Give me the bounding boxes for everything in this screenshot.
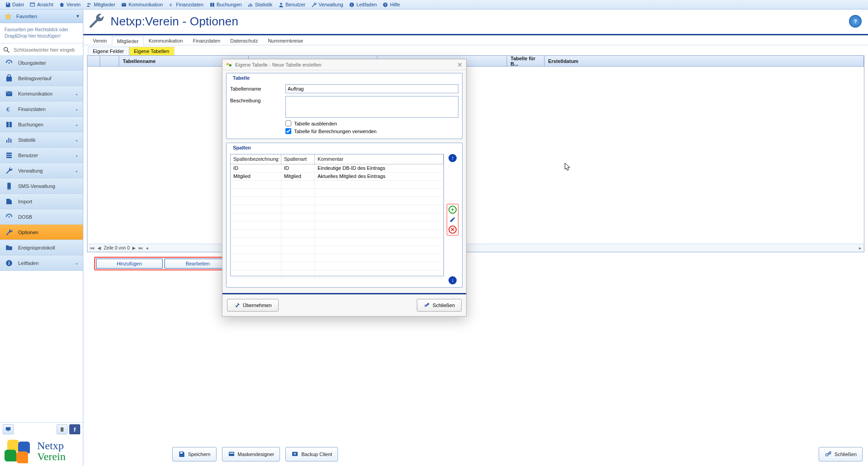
sidebar-item-label: Import [18, 199, 32, 204]
move-up-button[interactable]: ↑ [448, 154, 457, 162]
menu-finanzdaten[interactable]: €Finanzdaten [165, 0, 206, 9]
grid-col-selector[interactable] [87, 56, 100, 66]
tab1-verein[interactable]: Verein [88, 36, 112, 45]
grid-col-idx[interactable] [100, 56, 119, 66]
sg-head-kommentar[interactable]: Kommentar [315, 154, 444, 164]
menu-benutzer[interactable]: Benutzer [275, 0, 308, 9]
monitor-icon[interactable] [3, 424, 14, 434]
move-down-button[interactable]: ↓ [448, 276, 457, 284]
menu-hilfe[interactable]: ?Hilfe [380, 0, 403, 9]
trash-icon[interactable] [57, 424, 68, 434]
svg-rect-30 [6, 427, 11, 430]
search-input[interactable] [14, 47, 80, 53]
sidebar-item-optionen[interactable]: Optionen [0, 225, 83, 240]
sidebar-item-beitragsverlauf[interactable]: Beitragsverlauf [0, 71, 83, 86]
pager-right-icon[interactable]: ▸ [859, 245, 861, 250]
tab1-kommunikation[interactable]: Kommunikation [144, 36, 188, 45]
menu-label: Verwaltung [318, 2, 343, 7]
menu-ansicht[interactable]: Ansicht [27, 0, 56, 9]
sidebar-item-label: SMS-Verwaltung [18, 183, 55, 189]
backup-button[interactable]: Backup Client [285, 447, 338, 461]
menu-datei[interactable]: Datei [2, 0, 27, 9]
spalten-row[interactable]: IDIDEindeutige DB-ID des Eintrags [231, 164, 444, 173]
grid-col-fuerb[interactable]: Tabelle für B... [507, 56, 545, 66]
euro-icon: € [168, 1, 174, 8]
column-edit-button[interactable] [448, 216, 457, 224]
tab1-finanzdaten[interactable]: Finanzdaten [188, 36, 226, 45]
sidebar-item-verwaltung[interactable]: Verwaltung⌄ [0, 163, 83, 178]
spalten-row[interactable]: MitgliedMitgliedAktuelles Mitglied des E… [231, 173, 444, 181]
menu-verwaltung[interactable]: Verwaltung [308, 0, 346, 9]
menu-mitglieder[interactable]: Mitglieder [83, 0, 118, 9]
spalten-row-empty [231, 205, 444, 213]
pager-next-icon[interactable]: ▶ [132, 245, 136, 250]
backup-label: Backup Client [301, 452, 332, 457]
chevron-down-icon: ⌄ [75, 122, 78, 127]
broadcast-icon [5, 212, 14, 221]
sidebar-item-finanzdaten[interactable]: €Finanzdaten⌄ [0, 101, 83, 117]
menu-leitfaden[interactable]: iLeitfaden [346, 0, 380, 9]
tab1-mitglieder[interactable]: Mitglieder [112, 36, 144, 45]
pager-left-icon[interactable]: ◂ [146, 245, 148, 250]
help-button[interactable]: ? [849, 15, 862, 28]
svg-rect-0 [30, 3, 35, 6]
tab1-nummernkreise[interactable]: Nummernkreise [263, 36, 308, 45]
facebook-icon[interactable]: f [69, 424, 80, 434]
sidebar-item-benutzer[interactable]: Benutzer⌄ [0, 148, 83, 163]
edit-button[interactable]: Bearbeiten [164, 259, 231, 269]
sidebar-item-import[interactable]: Import [0, 194, 83, 209]
checkbox-berechnung[interactable] [285, 128, 291, 134]
save-label: Speichern [188, 452, 211, 457]
menu-kommunikation[interactable]: Kommunikation [118, 0, 166, 9]
sidebar-item--bungsleiter[interactable]: Übungsleiter [0, 55, 83, 71]
pager-first-icon[interactable]: ⏮ [90, 245, 95, 250]
input-beschreibung[interactable] [285, 96, 458, 118]
save-button[interactable]: Speichern [172, 447, 217, 461]
content-area: Netxp:Verein - Optionen ? VereinMitglied… [83, 10, 868, 466]
sidebar-item-leitfaden[interactable]: iLeitfaden⌄ [0, 255, 83, 271]
sidebar-item-statistik[interactable]: Statistik⌄ [0, 132, 83, 148]
column-add-button[interactable]: + [448, 206, 457, 214]
arrow-up-icon: ↑ [451, 155, 454, 161]
info-icon: i [349, 1, 355, 8]
svg-point-9 [280, 3, 282, 5]
column-delete-button[interactable]: ✕ [448, 226, 457, 234]
checkbox-ausblenden[interactable] [285, 120, 291, 126]
pager-last-icon[interactable]: ⏭ [139, 245, 143, 250]
dialog-titlebar[interactable]: Eigene Tabelle - Neue Tabelle erstellen … [222, 59, 466, 70]
spalten-grid-body: IDIDEindeutige DB-ID des EintragsMitglie… [231, 164, 444, 279]
spalten-grid[interactable]: Spaltenbezeichnung Spaltenart Kommentar … [230, 154, 444, 276]
sidebar-item-dosb[interactable]: DOSB [0, 209, 83, 225]
menu-buchungen[interactable]: Buchungen [206, 0, 245, 9]
folder-icon [5, 243, 14, 252]
book-icon [209, 1, 215, 8]
spalten-row-empty [231, 254, 444, 262]
tab2-eigene-tabellen[interactable]: Eigene Tabellen [129, 47, 174, 55]
sidebar-item-ereignisprotokoll[interactable]: Ereignisprotokoll [0, 240, 83, 255]
menu-verein[interactable]: Verein [56, 0, 83, 9]
info-icon: i [5, 259, 14, 268]
tab1-datenschutz[interactable]: Datenschutz [225, 36, 263, 45]
input-tabellenname[interactable] [285, 84, 458, 93]
chevron-down-icon: ⌄ [75, 106, 78, 111]
favoriten-header[interactable]: Favoriten ▾ [0, 10, 83, 23]
sidebar-item-buchungen[interactable]: Buchungen⌄ [0, 117, 83, 132]
group-tabelle-title: Tabelle [231, 75, 251, 81]
sidebar-item-sms-verwaltung[interactable]: SMS-Verwaltung [0, 178, 83, 194]
dialog-close-button[interactable]: Schließen [417, 299, 462, 312]
menu-statistik[interactable]: Statistik [245, 0, 275, 9]
dialog-close-icon[interactable]: ✕ [457, 61, 463, 68]
sidebar-item-label: Beitragsverlauf [18, 76, 51, 81]
dialog-apply-button[interactable]: Übernehmen [227, 299, 279, 312]
close-button[interactable]: Schließen [819, 447, 863, 461]
sg-head-art[interactable]: Spaltenart [281, 154, 315, 164]
tab2-eigene-felder[interactable]: Eigene Felder [88, 47, 129, 55]
menu-label: Hilfe [390, 2, 400, 7]
add-button[interactable]: Hinzufügen [96, 259, 163, 269]
pager-prev-icon[interactable]: ◀ [97, 245, 101, 250]
maskdesigner-button[interactable]: Maskendesigner [222, 447, 280, 461]
sidebar-item-kommunikation[interactable]: Kommunikation⌄ [0, 86, 83, 101]
menu-label: Verein [67, 2, 81, 7]
grid-col-erstelldatum[interactable]: Erstelldatum [545, 56, 864, 66]
sg-head-bezeichnung[interactable]: Spaltenbezeichnung [231, 154, 281, 164]
